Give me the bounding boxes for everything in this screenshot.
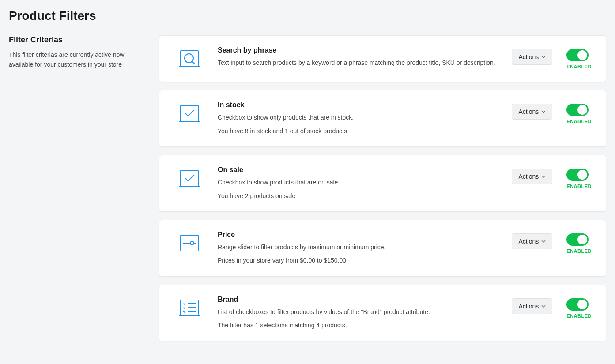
actions-button[interactable]: Actions (512, 104, 552, 120)
enable-toggle[interactable] (566, 49, 589, 61)
actions-label: Actions (518, 238, 539, 245)
check-icon (174, 101, 218, 124)
slider-icon (174, 231, 218, 254)
filter-meta: You have 8 in stock and 1 out of stock p… (218, 126, 512, 136)
filter-description: List of checkboxes to filter products by… (218, 307, 512, 317)
chevron-down-icon (541, 174, 546, 179)
sidebar-description: This filter criterias are currently acti… (9, 50, 150, 70)
svg-point-11 (190, 241, 194, 245)
svg-line-3 (192, 61, 195, 64)
filter-meta: You have 2 products on sale (218, 191, 512, 201)
svg-rect-6 (181, 170, 198, 186)
toggle-label: ENABLED (566, 184, 592, 189)
toggle-label: ENABLED (566, 119, 592, 124)
toggle-label: ENABLED (566, 248, 592, 254)
filter-card-search: Search by phrase Text input to search pr… (159, 35, 606, 82)
filter-description: Range slider to filter products by maxim… (218, 242, 512, 252)
actions-label: Actions (518, 53, 539, 60)
toggle-label: ENABLED (566, 64, 592, 69)
list-icon (174, 296, 218, 319)
filter-meta: The filter has 1 selections matching 4 p… (218, 320, 512, 330)
sidebar-title: Filter Criterias (9, 35, 150, 45)
check-icon (174, 166, 218, 189)
actions-label: Actions (518, 108, 539, 115)
filter-title: Search by phrase (218, 46, 512, 54)
filter-description: Checkbox to show only products that are … (218, 113, 512, 122)
filter-description: Text input to search products by a keywo… (218, 58, 512, 68)
filter-meta: Prices in your store vary from $0.00 to … (218, 255, 512, 265)
filter-card-in-stock: In stock Checkbox to show only products … (159, 90, 606, 147)
chevron-down-icon (541, 55, 546, 59)
search-icon (174, 46, 218, 69)
actions-label: Actions (518, 173, 539, 180)
filter-card-on-sale: On sale Checkbox to show products that a… (159, 155, 606, 212)
sidebar: Filter Criterias This filter criterias a… (9, 35, 150, 349)
page-title: Product Filters (9, 9, 606, 23)
filter-title: In stock (218, 101, 512, 109)
actions-button[interactable]: Actions (512, 49, 552, 65)
enable-toggle[interactable] (566, 298, 589, 311)
svg-rect-0 (181, 51, 198, 67)
enable-toggle[interactable] (566, 104, 589, 116)
actions-button[interactable]: Actions (512, 233, 552, 249)
chevron-down-icon (541, 109, 546, 114)
filter-card-brand: Brand List of checkboxes to filter produ… (159, 285, 606, 341)
actions-button[interactable]: Actions (512, 298, 552, 314)
filter-card-price: Price Range slider to filter products by… (159, 220, 606, 277)
chevron-down-icon (541, 304, 546, 308)
enable-toggle[interactable] (566, 233, 589, 246)
filter-title: On sale (218, 166, 512, 174)
filter-description: Checkbox to show products that are on sa… (218, 177, 512, 187)
filter-list: Search by phrase Text input to search pr… (159, 35, 606, 349)
filter-title: Price (218, 231, 512, 239)
actions-label: Actions (518, 303, 539, 310)
svg-rect-4 (181, 105, 198, 121)
toggle-label: ENABLED (566, 313, 592, 319)
filter-title: Brand (218, 296, 512, 304)
chevron-down-icon (541, 239, 546, 244)
enable-toggle[interactable] (566, 169, 589, 181)
actions-button[interactable]: Actions (512, 169, 552, 184)
